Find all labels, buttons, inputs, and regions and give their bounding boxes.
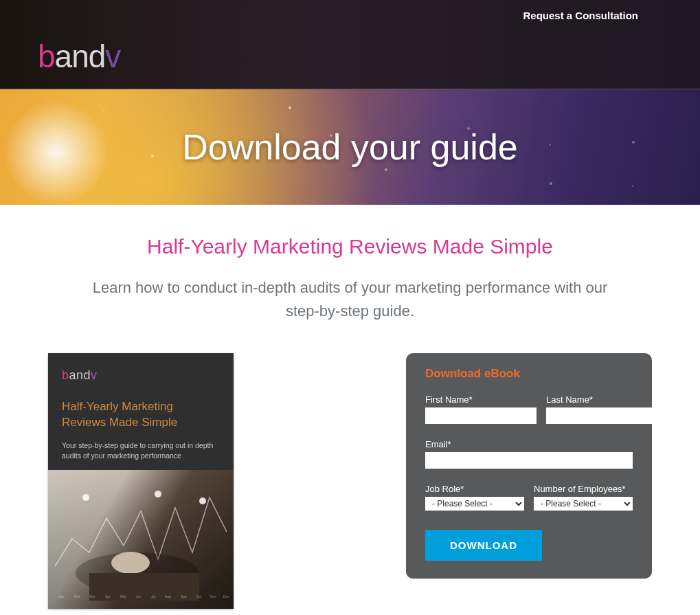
cover-illustration: JanFebMar AprMayJun JulAugSep OctNovDec [48, 470, 234, 609]
svg-text:Dec: Dec [223, 594, 229, 599]
email-field: Email* [425, 439, 633, 469]
page-subheading: Learn how to conduct in-depth audits of … [82, 276, 618, 323]
svg-point-0 [82, 494, 89, 501]
job-role-select[interactable]: - Please Select - [425, 497, 524, 511]
job-role-field: Job Role* - Please Select - [425, 484, 524, 511]
hero-title: Download your guide [182, 126, 518, 168]
svg-point-4 [111, 552, 150, 574]
svg-text:Apr: Apr [105, 594, 111, 599]
download-button[interactable]: DOWNLOAD [425, 530, 542, 561]
svg-text:Mar: Mar [89, 594, 95, 599]
job-role-label: Job Role* [425, 484, 524, 494]
request-consultation-link[interactable]: Request a Consultation [523, 10, 638, 21]
employees-select[interactable]: - Please Select - [534, 497, 633, 511]
svg-text:Jul: Jul [151, 594, 155, 599]
brand-logo[interactable]: bandv [38, 38, 120, 75]
svg-text:Jan: Jan [58, 594, 64, 599]
cover-title: Half-Yearly Marketing Reviews Made Simpl… [62, 399, 220, 431]
logo-letter-v: v [105, 38, 120, 74]
top-bar: Request a Consultation bandv [0, 0, 700, 89]
last-name-input[interactable] [546, 407, 657, 424]
email-label: Email* [425, 439, 633, 449]
cover-logo: bandv [62, 368, 220, 383]
email-input[interactable] [425, 452, 633, 469]
ebook-cover: bandv Half-Yearly Marketing Reviews Made… [48, 353, 234, 609]
two-column-layout: bandv Half-Yearly Marketing Reviews Made… [41, 353, 659, 609]
svg-point-2 [199, 497, 206, 504]
svg-point-1 [155, 491, 161, 497]
first-name-field: First Name* [425, 394, 537, 424]
last-name-field: Last Name* [546, 394, 657, 424]
employees-field: Number of Employees* - Please Select - [534, 484, 633, 511]
logo-letters-and: and [55, 38, 106, 74]
svg-text:Aug: Aug [165, 594, 171, 599]
first-name-input[interactable] [425, 407, 537, 424]
last-name-label: Last Name* [546, 394, 657, 405]
form-title: Download eBook [425, 367, 633, 381]
first-name-label: First Name* [425, 394, 537, 405]
svg-text:Feb: Feb [74, 594, 80, 599]
page-heading: Half-Yearly Marketing Reviews Made Simpl… [41, 235, 659, 258]
hero-banner: Download your guide [0, 89, 700, 205]
download-form: Download eBook First Name* Last Name* Em… [406, 353, 652, 579]
page-content: Half-Yearly Marketing Reviews Made Simpl… [0, 205, 700, 615]
cover-subtitle: Your step-by-step guide to carrying out … [62, 440, 220, 460]
employees-label: Number of Employees* [534, 484, 633, 494]
svg-text:May: May [120, 594, 127, 599]
logo-letter-b: b [38, 38, 55, 74]
svg-text:Jun: Jun [136, 594, 142, 599]
svg-text:Oct: Oct [196, 594, 201, 599]
svg-text:Sep: Sep [181, 594, 187, 599]
svg-text:Nov: Nov [210, 594, 216, 599]
